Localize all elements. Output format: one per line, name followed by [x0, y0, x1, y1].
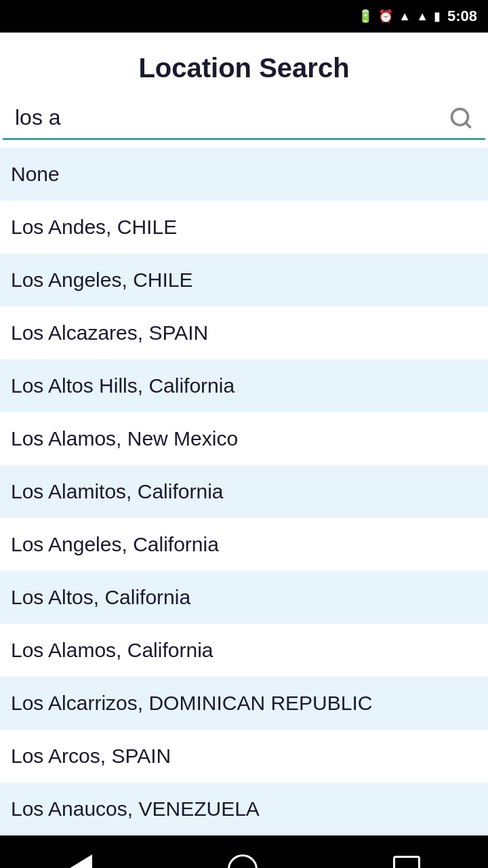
- list-item[interactable]: Los Altos Hills, California: [0, 359, 488, 412]
- battery-icon: ▮: [434, 9, 441, 24]
- status-icons: 🔋 ⏰ ▲ ▲ ▮: [358, 9, 441, 24]
- list-item[interactable]: Los Angeles, CHILE: [0, 254, 488, 307]
- list-item[interactable]: Los Alamos, New Mexico: [0, 412, 488, 465]
- main-content: Location Search NoneLos Andes, CHILELos …: [0, 33, 488, 835]
- nav-bar: [0, 835, 488, 868]
- search-button[interactable]: [443, 100, 479, 136]
- list-item[interactable]: Los Alamitos, California: [0, 465, 488, 518]
- svg-line-1: [466, 122, 470, 127]
- list-item[interactable]: Los Anaucos, VENEZUELA: [0, 783, 488, 835]
- alarm-icon: ⏰: [378, 9, 393, 24]
- results-list: NoneLos Andes, CHILELos Angeles, CHILELo…: [0, 148, 488, 835]
- page-title: Location Search: [0, 33, 488, 97]
- back-icon: [68, 854, 92, 868]
- list-item[interactable]: Los Altos, California: [0, 571, 488, 624]
- signal-icon: ▲: [416, 9, 428, 24]
- list-item[interactable]: Los Alamos, California: [0, 624, 488, 677]
- wifi-icon: ▲: [399, 9, 411, 24]
- list-item[interactable]: Los Alcarrizos, DOMINICAN REPUBLIC: [0, 677, 488, 730]
- list-item[interactable]: Los Angeles, California: [0, 518, 488, 571]
- search-bar: [3, 97, 485, 140]
- recents-button[interactable]: [373, 849, 441, 868]
- home-button[interactable]: [207, 848, 278, 868]
- list-item[interactable]: Los Andes, CHILE: [0, 201, 488, 254]
- home-icon: [228, 854, 258, 868]
- list-item[interactable]: Los Alcazares, SPAIN: [0, 307, 488, 359]
- recents-icon: [393, 856, 420, 868]
- search-input[interactable]: [9, 97, 443, 138]
- vibrate-icon: 🔋: [358, 9, 373, 24]
- list-item[interactable]: None: [0, 148, 488, 201]
- status-bar: 🔋 ⏰ ▲ ▲ ▮ 5:08: [0, 0, 488, 33]
- back-button[interactable]: [47, 848, 113, 868]
- status-time: 5:08: [447, 7, 477, 25]
- list-item[interactable]: Los Arcos, SPAIN: [0, 730, 488, 783]
